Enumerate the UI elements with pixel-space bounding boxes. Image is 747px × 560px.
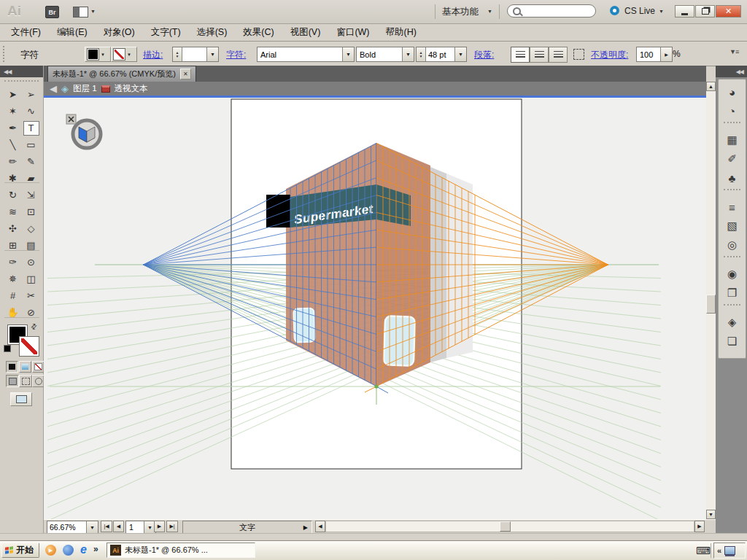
close-button[interactable]: ✕ (716, 5, 741, 18)
stroke-weight-caret[interactable]: ▼ (206, 47, 218, 61)
panel-menu-icon[interactable]: ▼≡ (729, 48, 738, 55)
menu-item-window[interactable]: 窗口(W) (328, 23, 377, 41)
dock-collapse-button[interactable]: ◀◀ (716, 66, 747, 77)
menu-item-object[interactable]: 对象(O) (96, 23, 143, 41)
restore-button[interactable] (695, 5, 715, 18)
menu-item-help[interactable]: 帮助(H) (378, 23, 425, 41)
menu-item-effect[interactable]: 效果(C) (235, 23, 282, 41)
dock-grip[interactable] (724, 122, 740, 129)
quicklaunch-overflow-icon[interactable]: » (93, 544, 98, 554)
lasso-tool[interactable]: ∿ (23, 104, 39, 119)
h-scroll-track[interactable] (325, 521, 694, 532)
artboards-panel-icon[interactable]: ❏ (719, 332, 746, 351)
symbol-sprayer-tool[interactable]: ✵ (5, 272, 21, 287)
document-tab[interactable]: 未标题-1* @ 66.67% (CMYK/预览) ✕ (47, 66, 196, 82)
bridge-button[interactable]: Br (45, 6, 59, 18)
next-artboard-button[interactable]: ▶ (154, 521, 165, 532)
symbols-panel-icon[interactable]: ♣ (719, 168, 746, 187)
cs-live-label[interactable]: CS Live (624, 6, 655, 16)
network-tray-icon[interactable] (724, 546, 735, 555)
gradient-mode-button[interactable] (19, 361, 31, 373)
taskbar-task-button[interactable]: Ai 未标题-1* @ 66.67% ... (107, 542, 255, 558)
menu-item-view[interactable]: 视图(V) (282, 23, 329, 41)
blend-tool[interactable]: ⊙ (23, 255, 39, 270)
scroll-up-icon[interactable]: ▲ (706, 82, 716, 91)
dock-grip[interactable] (724, 304, 740, 311)
paintbrush-tool[interactable]: ✏ (5, 155, 21, 169)
breadcrumb-layer[interactable]: 图层 1 (73, 83, 97, 94)
rectangle-tool[interactable]: ▭ (23, 138, 39, 152)
font-style-combo[interactable]: Bold ▼ (356, 47, 414, 62)
scroll-down-icon[interactable]: ▼ (706, 510, 716, 519)
eraser-tool[interactable]: ▰ (23, 171, 39, 186)
start-button[interactable]: 开始 (1, 542, 39, 558)
exit-isolation-back-icon[interactable]: ◀ (50, 83, 57, 94)
appearance-panel-icon[interactable]: ◉ (719, 265, 746, 284)
workspace-caret[interactable]: ▼ (487, 9, 492, 14)
draw-behind-button[interactable] (19, 375, 32, 387)
wmp-quicklaunch-icon[interactable]: ▶ (45, 545, 56, 556)
screen-mode-button[interactable] (10, 392, 32, 406)
prev-artboard-button[interactable]: ◀ (113, 521, 124, 532)
zoom-combo[interactable]: 66.67% ▼ (47, 521, 98, 534)
search-input[interactable] (507, 4, 596, 18)
type-tool[interactable]: T (23, 121, 39, 136)
workspace-switcher[interactable]: 基本功能 (442, 6, 479, 18)
color-guide-panel-icon[interactable]: ◔ (719, 101, 746, 120)
none-mode-button[interactable] (32, 361, 44, 373)
zoom-caret[interactable]: ▼ (86, 521, 98, 533)
scroll-left-icon[interactable]: ◀ (315, 521, 325, 532)
align-right-button[interactable] (549, 47, 568, 63)
align-left-button[interactable] (511, 47, 530, 63)
shape-builder-tool[interactable]: ✣ (5, 222, 21, 236)
font-size-spinner[interactable]: ▲▼ (417, 47, 426, 61)
minimize-button[interactable] (675, 5, 694, 18)
tools-collapse-button[interactable]: ◀◀ (0, 66, 43, 77)
tray-collapse-icon[interactable]: « (717, 546, 721, 555)
pencil-tool[interactable]: ✎ (23, 155, 39, 169)
transparency-panel-icon[interactable]: ◎ (719, 236, 746, 254)
breadcrumb-object[interactable]: 透视文本 (115, 83, 148, 94)
ie-quicklaunch-icon[interactable]: e (80, 543, 87, 556)
color-panel-icon[interactable]: ◕ (719, 82, 746, 101)
msn-quicklaunch-icon[interactable] (63, 545, 74, 556)
direct-selection-tool[interactable]: ➢ (23, 88, 39, 102)
brushes-panel-icon[interactable]: ✐ (719, 149, 746, 168)
selection-tool[interactable]: ➤ (5, 88, 21, 102)
stroke-color-combo[interactable]: ▼ (111, 47, 137, 62)
draw-normal-button[interactable] (6, 375, 19, 387)
column-graph-tool[interactable]: ◫ (23, 272, 39, 287)
opacity-label[interactable]: 不透明度: (591, 49, 628, 61)
last-artboard-button[interactable]: ▶| (166, 521, 178, 532)
default-swatches-icon[interactable] (4, 345, 11, 352)
opacity-caret[interactable]: ▶ (660, 47, 672, 61)
stroke-weight-label[interactable]: 描边: (143, 49, 163, 61)
eyedropper-tool[interactable]: ✑ (5, 255, 21, 270)
perspective-grid-tool[interactable]: ◇ (23, 222, 39, 236)
stroke-weight-combo[interactable]: ▲▼ ▼ (172, 47, 219, 62)
align-center-button[interactable] (530, 47, 549, 63)
rotate-tool[interactable]: ↻ (5, 188, 21, 203)
menu-item-type[interactable]: 文字(T) (143, 23, 189, 41)
line-segment-tool[interactable]: ╲ (5, 138, 21, 152)
opacity-combo[interactable]: 100 ▶ (636, 47, 673, 62)
menu-item-file[interactable]: 文件(F) (3, 23, 49, 41)
tools-grip[interactable] (4, 80, 39, 82)
vertical-scrollbar[interactable]: ▲ ▼ (706, 82, 716, 519)
scroll-right-icon[interactable]: ▶ (694, 521, 705, 532)
color-mode-button[interactable] (6, 361, 18, 373)
stroke-proxy-swatch[interactable] (19, 336, 39, 357)
font-size-caret[interactable]: ▼ (454, 47, 466, 61)
pen-tool[interactable]: ✒ (5, 121, 21, 136)
width-tool[interactable]: ≋ (5, 205, 21, 219)
keyboard-tray-icon[interactable]: ⌨ (696, 545, 711, 556)
character-label[interactable]: 字符: (226, 49, 246, 61)
first-artboard-button[interactable]: |◀ (101, 521, 112, 532)
panel-grip[interactable] (3, 46, 8, 62)
arrange-documents-caret[interactable]: ▼ (90, 9, 96, 14)
arrange-documents-icon[interactable] (73, 7, 88, 18)
dock-grip[interactable] (724, 256, 740, 263)
stroke-panel-icon[interactable]: ≡ (719, 198, 746, 217)
font-family-combo[interactable]: Arial ▼ (257, 47, 355, 62)
graphic-styles-panel-icon[interactable]: ❐ (719, 284, 746, 303)
